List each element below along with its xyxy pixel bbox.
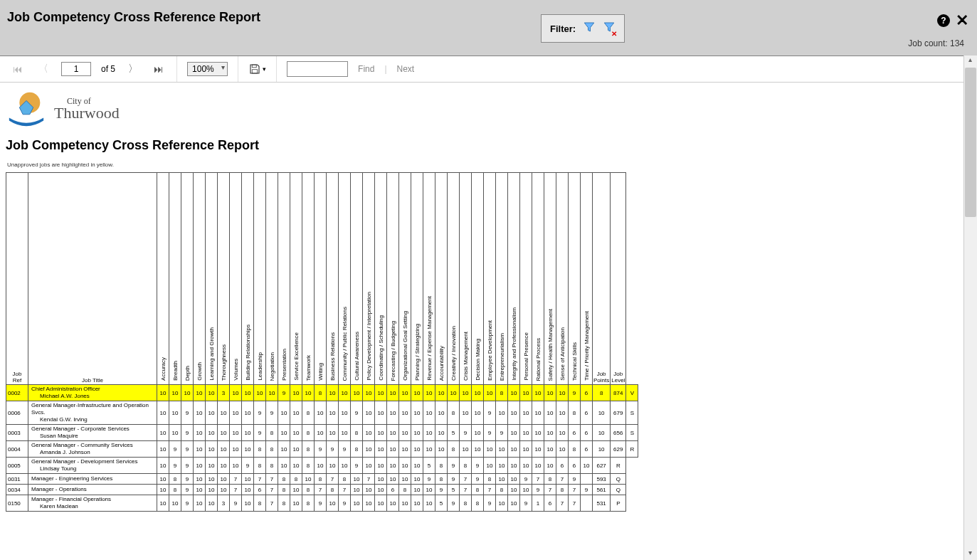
zoom-select[interactable]: 100% bbox=[187, 62, 228, 76]
cell-value: 8 bbox=[290, 474, 302, 485]
close-icon[interactable] bbox=[956, 11, 968, 30]
cell-value: 10 bbox=[411, 485, 423, 495]
cell-value: 10 bbox=[339, 458, 351, 474]
cell-value: 1 bbox=[532, 495, 544, 512]
scroll-down-button[interactable]: ▾ bbox=[964, 549, 976, 560]
cell-value: 10 bbox=[218, 458, 230, 474]
cell-title: General Manager-Infrastructure and Opera… bbox=[28, 401, 157, 425]
cell-value: 10 bbox=[375, 458, 387, 474]
cell-level: Q bbox=[611, 485, 626, 495]
column-header: Policy Development / Interpretation bbox=[363, 173, 375, 385]
cell-value: 9 bbox=[472, 474, 484, 485]
vertical-scrollbar[interactable]: ▴ ▾ bbox=[963, 56, 977, 560]
cell-value: 9 bbox=[484, 495, 496, 512]
cell-value: 10 bbox=[351, 385, 363, 401]
city-logo bbox=[6, 90, 47, 129]
cell-value: 7 bbox=[266, 495, 278, 512]
cell-title: Manager - Engineering Services bbox=[28, 474, 157, 485]
cell-value: 9 bbox=[169, 458, 181, 474]
next-page-button[interactable]: 〉 bbox=[125, 60, 141, 78]
column-header: Cultural Awareness bbox=[351, 173, 363, 385]
cell-value: 10 bbox=[363, 458, 375, 474]
help-icon[interactable]: ? bbox=[937, 14, 950, 27]
cell-value: 9 bbox=[169, 441, 181, 458]
cell-value: 8 bbox=[448, 401, 460, 425]
find-next-button[interactable]: Next bbox=[397, 64, 415, 74]
prev-page-button[interactable]: 〈 bbox=[36, 60, 51, 78]
cell-value: 8 bbox=[399, 485, 411, 495]
page-input[interactable] bbox=[61, 62, 91, 76]
cell-title: General Manager - Community ServicesAman… bbox=[28, 441, 157, 458]
cell-value: 10 bbox=[242, 425, 254, 441]
cell-value: 10 bbox=[411, 385, 423, 401]
cell-value: 10 bbox=[242, 441, 254, 458]
save-button[interactable]: ▾ bbox=[248, 63, 266, 75]
cell-value: 8 bbox=[169, 485, 181, 495]
scroll-thumb[interactable] bbox=[965, 68, 976, 217]
cell-value: 9 bbox=[327, 441, 339, 458]
cell-value: 10 bbox=[327, 425, 339, 441]
cell-value: 10 bbox=[290, 385, 302, 401]
cell-value: 9 bbox=[266, 401, 278, 425]
cell-value: 9 bbox=[230, 495, 242, 512]
cell-value: 10 bbox=[411, 495, 423, 512]
table-row: 0006General Manager-Infrastructure and O… bbox=[6, 401, 638, 425]
cell-value: 10 bbox=[230, 401, 242, 425]
first-page-button[interactable]: ⏮ bbox=[10, 60, 26, 78]
cell-value: 10 bbox=[593, 401, 611, 425]
cell-value: 10 bbox=[411, 401, 423, 425]
scroll-up-button[interactable]: ▴ bbox=[964, 56, 976, 67]
cell-value: 10 bbox=[460, 385, 472, 401]
cell-value: 7 bbox=[363, 474, 375, 485]
search-input[interactable] bbox=[287, 61, 348, 77]
toolbar-separator: | bbox=[384, 64, 386, 74]
cell-value: 6 bbox=[569, 425, 581, 441]
cell-value: 10 bbox=[399, 474, 411, 485]
chevron-down-icon: ▾ bbox=[263, 65, 266, 73]
report-note: Unapproved jobs are highlighted in yello… bbox=[0, 159, 977, 172]
cell-value: 10 bbox=[230, 441, 242, 458]
column-header: Time / Priority Management bbox=[581, 173, 593, 385]
cell-value: 8 bbox=[302, 441, 315, 458]
cell-points: 593 bbox=[593, 474, 611, 485]
column-header: Employee Development bbox=[484, 173, 496, 385]
cell-value: 9 bbox=[278, 385, 290, 401]
last-page-button[interactable]: ⏭ bbox=[151, 60, 167, 78]
cell-value: 10 bbox=[169, 425, 181, 441]
cell-value: 10 bbox=[242, 495, 254, 512]
cell-ref: 0150 bbox=[6, 495, 28, 512]
cell-value: 10 bbox=[556, 385, 569, 401]
cell-title: Chief Administration OfficerMichael A.W.… bbox=[28, 385, 157, 401]
cell-value: 8 bbox=[315, 474, 327, 485]
column-header: Breadth bbox=[169, 173, 181, 385]
filter-icon[interactable] bbox=[583, 21, 596, 36]
report-title: Job Competency Cross Reference Report bbox=[0, 132, 977, 159]
cell-value: 9 bbox=[181, 495, 194, 512]
cell-value: 9 bbox=[484, 401, 496, 425]
cell-value: 10 bbox=[375, 425, 387, 441]
cell-value: 6 bbox=[569, 458, 581, 474]
cell-value: 10 bbox=[435, 425, 448, 441]
cell-value: 10 bbox=[157, 441, 169, 458]
cell-value: 10 bbox=[194, 425, 206, 441]
cell-points: 627 bbox=[593, 458, 611, 474]
column-header: Service Excellence bbox=[290, 173, 302, 385]
report-viewer[interactable]: City of Thurwood Job Competency Cross Re… bbox=[0, 83, 977, 560]
filter-clear-icon[interactable]: ✕ bbox=[603, 21, 616, 36]
column-header: Organizational Goal Setting bbox=[399, 173, 411, 385]
cell-value: 8 bbox=[448, 441, 460, 458]
cell-value: 10 bbox=[278, 425, 290, 441]
cell-value: 10 bbox=[581, 458, 593, 474]
cell-value: 5 bbox=[435, 495, 448, 512]
cell-value: 8 bbox=[460, 495, 472, 512]
cell-value: 10 bbox=[327, 458, 339, 474]
column-header: JobLevel bbox=[611, 173, 626, 385]
cell-value: 10 bbox=[387, 401, 399, 425]
cell-value: 9 bbox=[448, 495, 460, 512]
find-button[interactable]: Find bbox=[358, 64, 374, 74]
cell-value: 9 bbox=[339, 441, 351, 458]
cell-value: 7 bbox=[556, 495, 569, 512]
cell-value: 7 bbox=[230, 485, 242, 495]
cell-points: 656 bbox=[611, 425, 626, 441]
cell-value: 10 bbox=[460, 441, 472, 458]
